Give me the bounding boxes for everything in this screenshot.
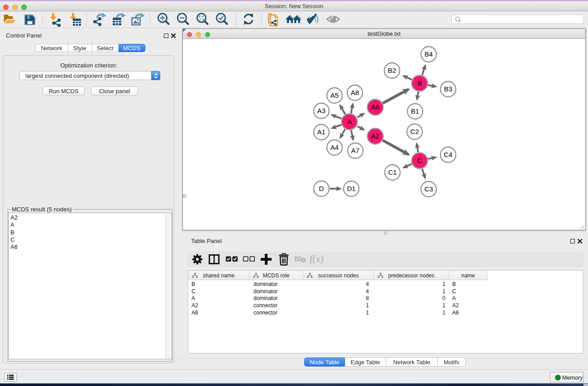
svg-text:D: D	[319, 185, 324, 192]
svg-text:A3: A3	[317, 107, 325, 114]
svg-text:C1: C1	[388, 168, 397, 176]
svg-text:B2: B2	[388, 67, 396, 74]
svg-text:C3: C3	[424, 185, 433, 193]
svg-text:A1: A1	[317, 128, 325, 136]
svg-text:A: A	[347, 118, 352, 125]
svg-text:B4: B4	[425, 50, 433, 58]
svg-text:D1: D1	[347, 185, 355, 192]
svg-text:C4: C4	[444, 151, 452, 158]
svg-text:B: B	[417, 79, 422, 87]
svg-text:A4: A4	[330, 143, 339, 151]
svg-text:B1: B1	[411, 107, 419, 115]
svg-text:A5: A5	[330, 91, 339, 99]
svg-text:C2: C2	[410, 128, 419, 135]
svg-text:C: C	[417, 157, 422, 164]
svg-text:A2: A2	[371, 132, 379, 140]
svg-text:A6: A6	[371, 103, 379, 111]
svg-text:A7: A7	[351, 147, 359, 154]
svg-text:B3: B3	[444, 85, 452, 93]
svg-text:A8: A8	[351, 89, 359, 96]
